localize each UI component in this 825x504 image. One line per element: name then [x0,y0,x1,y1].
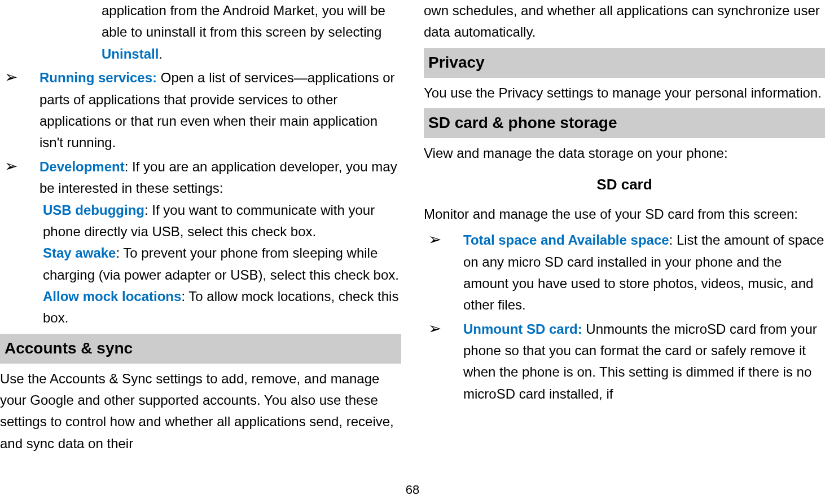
continuation-suffix: . [159,46,163,61]
privacy-heading: Privacy [424,48,825,78]
bullet-icon: ➢ [424,229,463,250]
unmount-item: ➢ Unmount SD card: Unmounts the microSD … [424,319,825,405]
mock-label: Allow mock locations [43,289,181,304]
uninstall-term: Uninstall [102,46,159,61]
right-column: own schedules, and whether all applicati… [424,0,825,459]
total-space-label: Total space and Available space [463,232,669,247]
running-services-item: ➢ Running services: Open a list of servi… [0,67,401,154]
accounts-sync-heading: Accounts & sync [0,334,401,364]
running-services-content: Running services: Open a list of service… [40,67,401,154]
bullet-icon: ➢ [0,67,40,87]
left-column: application from the Android Market, you… [0,0,401,459]
continuation-body: application from the Android Market, you… [102,3,385,39]
development-label: Development [40,159,125,174]
unmount-content: Unmount SD card: Unmounts the microSD ca… [463,319,825,405]
accounts-sync-text: Use the Accounts & Sync settings to add,… [0,368,401,455]
right-continuation: own schedules, and whether all applicati… [424,0,825,43]
running-services-label: Running services: [40,70,157,85]
total-space-item: ➢ Total space and Available space: List … [424,229,825,316]
privacy-text: You use the Privacy settings to manage y… [424,82,825,104]
page-number: 68 [406,480,419,499]
bullet-icon: ➢ [0,156,40,176]
total-space-content: Total space and Available space: List th… [463,229,825,316]
usb-label: USB debugging [43,202,144,218]
stay-label: Stay awake [43,245,116,260]
storage-text: View and manage the data storage on your… [424,143,825,164]
sdcard-subheading: SD card [424,173,825,197]
storage-heading: SD card & phone storage [424,108,825,138]
two-column-layout: application from the Android Market, you… [0,0,825,459]
development-content: Development: If you are an application d… [40,156,401,329]
allow-mock: Allow mock locations: To allow mock loca… [40,286,401,329]
sdcard-text: Monitor and manage the use of your SD ca… [424,204,825,225]
usb-debugging: USB debugging: If you want to communicat… [40,200,401,243]
bullet-icon: ➢ [424,319,463,339]
continuation-text: application from the Android Market, you… [0,0,401,65]
development-item: ➢ Development: If you are an application… [0,156,401,329]
stay-awake: Stay awake: To prevent your phone from s… [40,242,401,286]
unmount-label: Unmount SD card: [463,321,582,337]
